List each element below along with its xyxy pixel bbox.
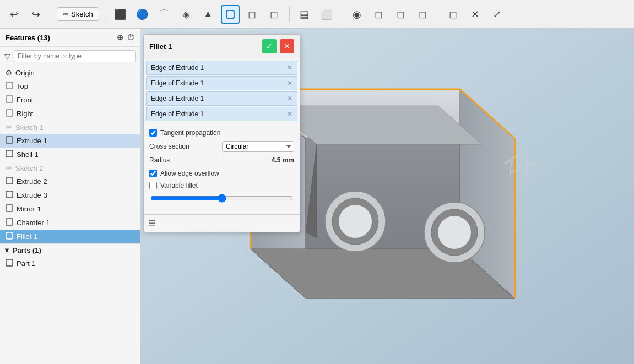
fillet-cancel-button[interactable]: ✕: [280, 39, 294, 53]
svg-rect-6: [6, 177, 13, 184]
radius-row: Radius 4.5 mm: [149, 156, 294, 164]
feature-label-fillet1: Fillet 1: [17, 232, 37, 241]
feature-item-extrude2[interactable]: Extrude 2: [0, 175, 140, 188]
feature-item-mirror1[interactable]: Mirror 1: [0, 202, 140, 216]
parts-chevron-icon: ▼: [3, 246, 10, 254]
cross-section-select[interactable]: Circular Curvature matched Conic: [222, 141, 294, 152]
edge-item-1-close-icon[interactable]: ✕: [287, 64, 292, 72]
variable-fillet-label: Variable fillet: [160, 182, 198, 189]
tool-btn-15[interactable]: ✕: [466, 5, 485, 24]
search-input[interactable]: [14, 50, 136, 62]
feature-label-sketch2: Sketch 2: [15, 164, 44, 172]
sketch1-icon: ✏: [6, 123, 12, 132]
tool-btn-7[interactable]: ◻: [265, 5, 284, 24]
tool-btn-12[interactable]: ◻: [392, 5, 410, 24]
edge-item-4-close-icon[interactable]: ✕: [287, 110, 292, 118]
feature-label-top: Top: [17, 82, 28, 90]
tangent-propagation-checkbox[interactable]: [149, 129, 157, 137]
feature-item-front[interactable]: Front: [0, 93, 140, 107]
tool-btn-9[interactable]: ⬜: [317, 5, 336, 24]
fillet-panel-title: Fillet 1: [149, 42, 172, 51]
tangent-propagation-label: Tangent propagation: [160, 129, 220, 137]
svg-rect-0: [226, 10, 234, 18]
part1-icon: [6, 259, 13, 268]
edge-item-1[interactable]: Edge of Extrude 1 ✕: [146, 61, 297, 75]
svg-rect-4: [6, 137, 13, 143]
feature-item-sketch1[interactable]: ✏ Sketch 1: [0, 121, 140, 134]
left-panel: Features (13) ⊕ ⏱ ▽ ⊙ Origin Top: [0, 29, 140, 364]
svg-point-25: [438, 216, 471, 249]
feature-item-part1[interactable]: Part 1: [0, 257, 140, 270]
tool-btn-14[interactable]: ◻: [444, 5, 463, 24]
feature-item-shell1[interactable]: Shell 1: [0, 148, 140, 161]
add-feature-icon[interactable]: ⊕: [117, 33, 123, 42]
search-bar: ▽: [0, 47, 140, 66]
feature-item-extrude1[interactable]: Extrude 1: [0, 134, 140, 148]
feature-item-top[interactable]: Top: [0, 79, 140, 93]
feature-item-origin[interactable]: ⊙ Origin: [0, 66, 140, 79]
feature-list: ⊙ Origin Top Front: [0, 66, 140, 364]
svg-rect-11: [6, 259, 13, 266]
extrude1-icon: [6, 136, 13, 145]
parts-section-header[interactable]: ▼ Parts (1): [0, 243, 140, 257]
svg-rect-10: [6, 232, 13, 239]
tool-btn-10[interactable]: ◉: [348, 5, 366, 24]
variable-fillet-row: Variable fillet: [149, 182, 294, 189]
sketch-button[interactable]: ✏ Sketch: [57, 7, 99, 21]
mirror1-icon: [6, 204, 13, 214]
fillet-tool-button[interactable]: [221, 5, 240, 24]
chamfer1-icon: [6, 218, 13, 227]
panel-header: Features (13) ⊕ ⏱: [0, 29, 140, 47]
history-icon[interactable]: ⏱: [127, 33, 134, 42]
edge-item-2-close-icon[interactable]: ✕: [287, 79, 292, 87]
feature-label-extrude1: Extrude 1: [17, 137, 47, 145]
radius-slider[interactable]: [150, 194, 293, 203]
edge-item-2[interactable]: Edge of Extrude 1 ✕: [146, 76, 297, 90]
tool-btn-3[interactable]: ⌒: [155, 5, 174, 24]
pencil-icon: ✏: [63, 10, 69, 18]
feature-item-extrude3[interactable]: Extrude 3: [0, 188, 140, 202]
fillet-panel-header: Fillet 1 ✓ ✕: [144, 35, 300, 58]
variable-fillet-checkbox[interactable]: [149, 182, 157, 189]
toolbar-divider-1: [51, 6, 51, 23]
tool-btn-8[interactable]: ▤: [295, 5, 314, 24]
edge-item-2-label: Edge of Extrude 1: [151, 79, 204, 87]
tool-btn-11[interactable]: ◻: [370, 5, 388, 24]
svg-rect-1: [6, 82, 13, 89]
slider-row: [149, 194, 294, 204]
parts-section-title: Parts (1): [13, 246, 41, 254]
radius-label: Radius: [149, 156, 170, 164]
plane-right-icon: [6, 109, 13, 118]
tool-btn-6[interactable]: ◻: [243, 5, 262, 24]
tool-btn-16[interactable]: ⤢: [488, 5, 507, 24]
tool-btn-13[interactable]: ◻: [414, 5, 432, 24]
fillet-panel: Fillet 1 ✓ ✕ Edge of Extrude 1 ✕ Edge of…: [143, 34, 300, 232]
redo-button[interactable]: ↪: [26, 5, 45, 24]
edge-item-4[interactable]: Edge of Extrude 1 ✕: [146, 107, 297, 121]
feature-label-extrude3: Extrude 3: [17, 191, 47, 199]
tool-btn-1[interactable]: ⬛: [111, 5, 129, 24]
edge-item-4-label: Edge of Extrude 1: [151, 110, 204, 118]
cross-section-label: Cross section: [149, 143, 189, 150]
edge-item-3[interactable]: Edge of Extrude 1 ✕: [146, 91, 297, 106]
feature-item-chamfer1[interactable]: Chamfer 1: [0, 216, 140, 230]
allow-edge-overflow-label: Allow edge overflow: [160, 170, 219, 177]
feature-item-right[interactable]: Right: [0, 107, 140, 121]
feature-item-fillet1[interactable]: Fillet 1: [0, 230, 140, 243]
toolbar-divider-4: [342, 6, 342, 23]
toolbar: ↩ ↪ ✏ Sketch ⬛ 🔵 ⌒ ◈ ▲ ◻ ◻ ▤ ⬜ ◉ ◻ ◻ ◻ ◻…: [0, 0, 634, 29]
fillet-ok-button[interactable]: ✓: [262, 39, 277, 53]
tool-btn-4[interactable]: ◈: [177, 5, 196, 24]
feature-item-sketch2[interactable]: ✏ Sketch 2: [0, 161, 140, 175]
list-icon[interactable]: ☰: [148, 218, 156, 229]
tangent-propagation-row: Tangent propagation: [149, 129, 294, 137]
allow-edge-overflow-checkbox[interactable]: [149, 170, 157, 177]
tool-btn-2[interactable]: 🔵: [133, 5, 151, 24]
svg-rect-7: [6, 191, 13, 198]
tool-btn-5[interactable]: ▲: [199, 5, 218, 24]
origin-icon: ⊙: [6, 68, 12, 77]
edge-item-3-close-icon[interactable]: ✕: [287, 95, 292, 102]
undo-button[interactable]: ↩: [4, 5, 23, 24]
plane-top-icon: [6, 82, 13, 91]
feature-label-front: Front: [17, 96, 33, 104]
